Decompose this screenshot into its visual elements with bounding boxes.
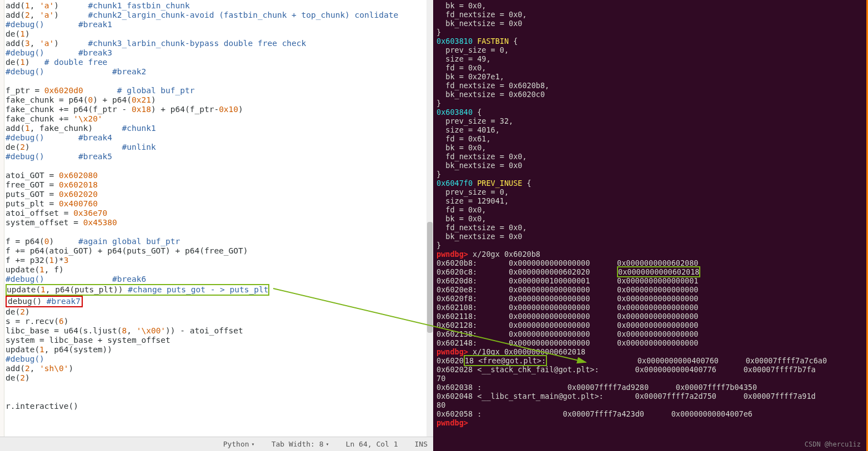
chevron-down-icon: ▾ xyxy=(252,441,255,447)
memory-dump-got: 0x602018 <free@got.plt>: 0x0000000000400… xyxy=(436,356,863,418)
terminal-output: bk = 0x0, fd_nextsize = 0x0, bk_nextsize… xyxy=(436,1,863,250)
terminal-pane[interactable]: bk = 0x0, fd_nextsize = 0x0, bk_nextsize… xyxy=(433,0,868,451)
pwndbg-prompt: pwndbg> xyxy=(436,250,468,259)
highlighted-line-green: update(1, p64(puts_plt)) #change puts_go… xyxy=(6,284,269,296)
code-token: add( xyxy=(6,1,25,10)
code-editor[interactable]: add(1, 'a') #chunk1_fastbin_chunk add(2,… xyxy=(0,0,433,437)
highlighted-line-red: debug() #break7 xyxy=(6,296,83,307)
editor-scrollbar[interactable] xyxy=(427,0,433,437)
language-selector[interactable]: Python ▾ xyxy=(223,440,255,448)
pwndbg-prompt: pwndbg> xyxy=(436,418,468,427)
chevron-down-icon: ▾ xyxy=(326,441,329,447)
memory-dump-1: 0x6020b8: 0x0000000000000000 0x000000000… xyxy=(436,259,863,347)
highlighted-got-label: 18 <free@got.plt>: xyxy=(464,355,547,366)
editor-pane: add(1, 'a') #chunk1_fastbin_chunk add(2,… xyxy=(0,0,433,451)
highlighted-memory-value: 0x0000000000602018 xyxy=(617,266,700,277)
edit-mode[interactable]: INS xyxy=(415,440,428,448)
change-gutter xyxy=(0,0,4,437)
editor-status-bar: Python ▾ Tab Width: 8 ▾ Ln 64, Col 1 INS xyxy=(0,437,433,451)
watermark: CSDN @hercu1iz xyxy=(805,440,861,449)
tabwidth-selector[interactable]: Tab Width: 8 ▾ xyxy=(272,440,329,448)
scrollbar-thumb[interactable] xyxy=(427,222,433,333)
cursor-position[interactable]: Ln 64, Col 1 xyxy=(346,440,398,448)
